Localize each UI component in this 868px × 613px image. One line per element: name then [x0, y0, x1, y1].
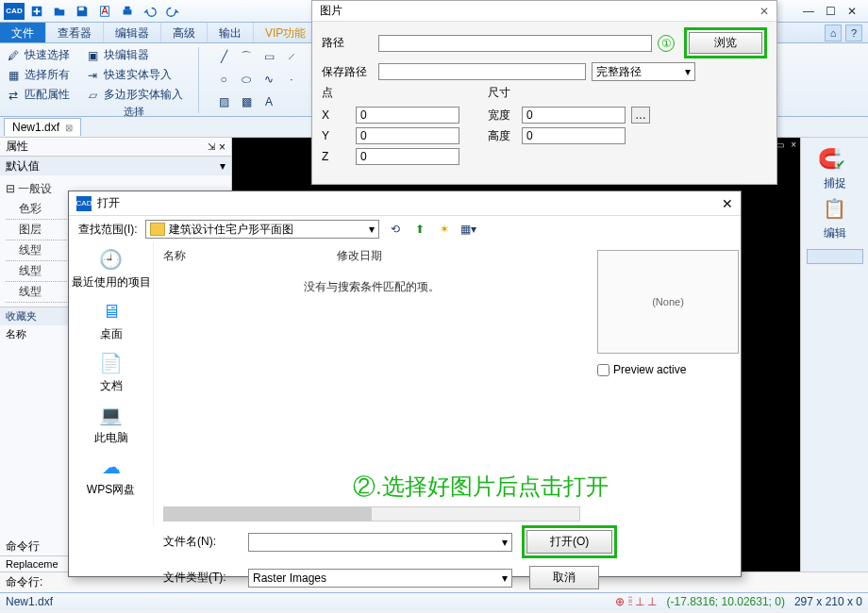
- panel-title: 属性: [6, 139, 28, 155]
- quick-select[interactable]: 🖉快速选择: [6, 47, 70, 63]
- panel-close-icon[interactable]: ×: [219, 141, 225, 154]
- print-icon[interactable]: [117, 3, 138, 20]
- tab-advanced[interactable]: 高级: [161, 23, 208, 42]
- select-all[interactable]: ▦选择所有: [6, 67, 70, 83]
- svg-rect-4: [124, 9, 132, 14]
- filename-label: 文件名(N):: [163, 534, 239, 550]
- back-icon[interactable]: ⟲: [387, 221, 404, 238]
- tab-output[interactable]: 输出: [208, 23, 254, 42]
- up-icon[interactable]: ⬆: [411, 221, 428, 238]
- step-1-badge: ①: [658, 35, 675, 52]
- help-home-icon[interactable]: ⌂: [825, 25, 842, 41]
- app-icon: CAD: [4, 3, 25, 20]
- doc-tab[interactable]: New1.dxf⊠: [4, 118, 81, 136]
- polyline-tool[interactable]: ⟋: [282, 47, 301, 66]
- path-input[interactable]: [378, 35, 652, 52]
- tab-viewer[interactable]: 查看器: [46, 23, 104, 42]
- help-icon[interactable]: ?: [845, 25, 862, 41]
- svg-rect-5: [125, 6, 129, 9]
- place-desktop[interactable]: 🖥桌面: [96, 298, 126, 342]
- place-pc[interactable]: 💻此电脑: [94, 402, 128, 446]
- window-controls: — ☐ ✕: [803, 5, 864, 18]
- width-more-button[interactable]: …: [631, 107, 650, 124]
- svg-text:A: A: [102, 5, 108, 16]
- browse-button[interactable]: 浏览: [689, 32, 762, 54]
- cmd-panel-label: 命令行: [6, 538, 40, 555]
- open-button[interactable]: 打开(O): [526, 530, 612, 554]
- full-path-select[interactable]: 完整路径▾: [592, 62, 695, 81]
- path-label: 路径: [322, 35, 373, 51]
- save-icon[interactable]: [72, 3, 92, 20]
- open-icon[interactable]: [49, 3, 70, 20]
- empty-message: 没有与搜索条件匹配的项。: [163, 279, 580, 295]
- default-dropdown[interactable]: 默认值: [6, 158, 40, 174]
- redo-icon[interactable]: [162, 3, 183, 20]
- pin-icon[interactable]: ⇲: [208, 141, 215, 152]
- point-tool[interactable]: ·: [282, 70, 301, 89]
- size-label: 尺寸: [488, 85, 650, 101]
- lookin-select[interactable]: 建筑设计住宅户形平面图▾: [145, 220, 379, 239]
- minimize-button[interactable]: —: [803, 5, 814, 18]
- image-dialog-close[interactable]: ✕: [760, 5, 769, 18]
- match-props[interactable]: ⇄匹配属性: [6, 87, 70, 103]
- filetype-select[interactable]: Raster Images▾: [248, 569, 512, 588]
- cancel-button[interactable]: 取消: [529, 566, 599, 589]
- place-recent[interactable]: 🕘最近使用的项目: [72, 246, 151, 290]
- save-path-input[interactable]: [378, 63, 586, 80]
- edit-button[interactable]: 📋编辑: [818, 193, 852, 241]
- h-scrollbar[interactable]: [163, 506, 580, 522]
- view-icon[interactable]: ▦▾: [460, 221, 477, 238]
- maximize-button[interactable]: ☐: [826, 5, 836, 18]
- right-dropdown[interactable]: [807, 249, 863, 264]
- tab-editor[interactable]: 编辑器: [104, 23, 161, 42]
- status-dim: 297 x 210 x 0: [794, 595, 862, 608]
- image-dialog: 图片✕ 路径 ① 浏览 保存路径 完整路径▾ 点 X Y Z 尺寸 宽度… 高度: [311, 0, 777, 185]
- draw-tools: ╱⌒▭⟋ ○⬭∿· ▨▩A: [214, 47, 301, 112]
- close-doc-icon[interactable]: ⊠: [65, 123, 73, 133]
- tab-file[interactable]: 文件: [0, 23, 46, 42]
- undo-icon[interactable]: [140, 3, 160, 20]
- open-dialog-close[interactable]: ✕: [722, 196, 733, 211]
- svg-rect-1: [79, 7, 84, 10]
- poly-entity-input[interactable]: ▱多边形实体输入: [85, 87, 183, 103]
- annotation-step-2: ②.选择好图片后点击打开: [353, 472, 609, 502]
- save-path-label: 保存路径: [322, 64, 373, 80]
- circle-tool[interactable]: ○: [214, 70, 233, 89]
- select-group-label: 选择: [85, 105, 183, 119]
- preview-box: (None): [597, 250, 739, 354]
- new-icon[interactable]: [26, 3, 47, 20]
- preview-active-checkbox[interactable]: Preview active: [597, 363, 733, 376]
- point-label: 点: [322, 85, 459, 101]
- width-input[interactable]: [522, 107, 626, 124]
- capture-button[interactable]: 🧲✔捕捉: [818, 143, 852, 191]
- x-input[interactable]: [356, 107, 459, 124]
- open-dialog-icon: CAD: [76, 196, 92, 211]
- lookin-label: 查找范围(I):: [78, 222, 138, 238]
- text-tool[interactable]: A: [259, 92, 278, 111]
- right-toolbar: 🧲✔捕捉 📋编辑: [800, 138, 868, 572]
- tab-vip[interactable]: VIP功能: [254, 23, 318, 42]
- ellipse-tool[interactable]: ⬭: [237, 70, 256, 89]
- line-tool[interactable]: ╱: [214, 47, 233, 66]
- pdf-icon[interactable]: A: [94, 3, 115, 20]
- filename-input[interactable]: ▾: [248, 533, 512, 552]
- spline-tool[interactable]: ∿: [259, 70, 278, 89]
- filetype-label: 文件类型(T):: [163, 570, 239, 586]
- new-folder-icon[interactable]: ✶: [436, 221, 453, 238]
- height-input[interactable]: [522, 127, 626, 144]
- fill-tool[interactable]: ▩: [237, 92, 256, 111]
- quick-entity-import[interactable]: ⇥快速实体导入: [85, 67, 183, 83]
- open-dialog-title: 打开: [97, 195, 120, 211]
- y-input[interactable]: [356, 127, 459, 144]
- rect-tool[interactable]: ▭: [259, 47, 278, 66]
- z-input[interactable]: [356, 148, 459, 165]
- image-dialog-title: 图片: [320, 3, 342, 19]
- place-docs[interactable]: 📄文档: [96, 350, 126, 394]
- close-button[interactable]: ✕: [847, 5, 857, 18]
- hatch-tool[interactable]: ▨: [214, 92, 233, 111]
- place-wps[interactable]: ☁WPS网盘: [87, 454, 135, 498]
- col-date: 修改日期: [337, 248, 382, 264]
- block-editor[interactable]: ▣块编辑器: [85, 47, 183, 63]
- arc-tool[interactable]: ⌒: [237, 47, 256, 66]
- col-name: 名称: [163, 248, 186, 264]
